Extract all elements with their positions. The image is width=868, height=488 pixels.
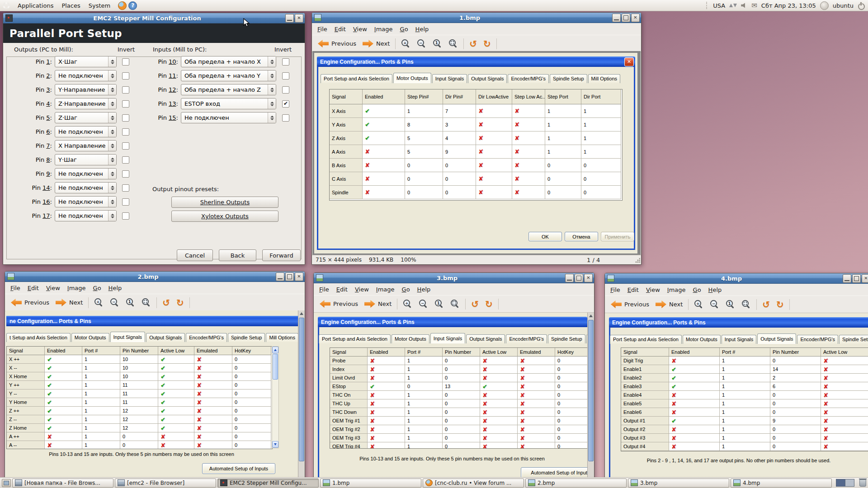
menu-view[interactable]: View	[42, 283, 64, 293]
invert-checkbox[interactable]	[282, 72, 289, 80]
trash-icon[interactable]	[859, 479, 866, 487]
pin-5-combobox[interactable]: Z·Шаг	[55, 112, 117, 123]
invert-checkbox[interactable]	[122, 212, 129, 220]
rotate-right-button[interactable]: ↻	[773, 299, 787, 310]
show-desktop-icon[interactable]	[2, 479, 11, 487]
menu-go[interactable]: Go	[90, 283, 105, 293]
menu-edit[interactable]: Edit	[333, 284, 351, 295]
close-button[interactable]	[295, 14, 303, 23]
forward-button[interactable]: Forward	[262, 249, 301, 261]
menu-view[interactable]: View	[351, 284, 373, 295]
close-button[interactable]	[295, 272, 303, 281]
taskbar-item[interactable]: 4.bmp	[731, 479, 832, 488]
invert-checkbox[interactable]	[122, 142, 129, 150]
zoom-out-button[interactable]: −	[414, 38, 429, 50]
menu-help[interactable]: Help	[414, 284, 434, 295]
vertical-scrollbar[interactable]	[587, 313, 594, 488]
zoom-normal-button[interactable]: 1	[123, 296, 138, 309]
volume-icon[interactable]	[741, 3, 747, 8]
invert-checkbox[interactable]	[122, 100, 129, 108]
zoom-in-button[interactable]: +	[400, 298, 415, 310]
power-icon[interactable]	[858, 2, 864, 9]
menu-applications[interactable]: Applications	[14, 1, 57, 10]
invert-checkbox[interactable]: ✔	[282, 100, 289, 108]
scroll-up-icon[interactable]	[300, 312, 303, 315]
pin-15-combobox[interactable]: Не подключен	[181, 112, 276, 123]
previous-button[interactable]: Previous	[608, 299, 652, 310]
maximize-button[interactable]	[622, 14, 630, 22]
next-button[interactable]: Next	[359, 38, 393, 49]
taskbar-item[interactable]: EMC2 Stepper Mill Configu...	[217, 479, 319, 488]
rotate-left-button[interactable]: ↺	[468, 298, 482, 310]
pin-10-combobox[interactable]: Оба предела + начало X	[181, 56, 276, 67]
zoom-normal-button[interactable]: 1	[431, 298, 447, 310]
menu-image[interactable]: Image	[371, 24, 396, 34]
close-button[interactable]	[584, 274, 593, 282]
taskbar-item[interactable]: 1.bmp	[320, 479, 421, 488]
rotate-right-button[interactable]: ↻	[480, 38, 494, 50]
invert-checkbox[interactable]	[282, 58, 289, 66]
rotate-right-button[interactable]: ↻	[173, 297, 187, 309]
taskbar-item[interactable]: [Новая папка - File Brows...	[12, 479, 113, 488]
menu-file[interactable]: File	[7, 283, 24, 293]
next-button[interactable]: Next	[52, 297, 86, 308]
taskbar-item[interactable]: [cnc-club.ru • View forum ...	[423, 479, 524, 488]
pin-3-combobox[interactable]: Y·Направление	[55, 84, 117, 95]
menu-view[interactable]: View	[349, 24, 371, 34]
invert-checkbox[interactable]	[122, 128, 129, 136]
zoom-in-button[interactable]: +	[398, 38, 414, 50]
invert-checkbox[interactable]	[122, 72, 129, 80]
mail-icon[interactable]: ✉	[751, 1, 757, 9]
zoom-normal-button[interactable]: 1	[722, 298, 738, 310]
zoom-fit-button[interactable]	[138, 296, 154, 309]
pin-13-combobox[interactable]: ESTOP вход	[181, 98, 276, 109]
next-button[interactable]: Next	[361, 299, 395, 309]
pin-6-combobox[interactable]: Не подключен	[55, 126, 117, 137]
rotate-left-button[interactable]: ↺	[759, 299, 773, 310]
titlebar[interactable]: 4.bmp	[605, 273, 868, 284]
zoom-out-button[interactable]: −	[107, 296, 123, 309]
user-avatar[interactable]	[820, 1, 829, 10]
pin-7-combobox[interactable]: X Направление	[55, 140, 117, 151]
help-icon[interactable]: ?	[128, 1, 137, 10]
minimize-button[interactable]	[843, 274, 851, 283]
workspace-1[interactable]	[836, 479, 845, 486]
pin-1-combobox[interactable]: X·Шаг	[55, 56, 117, 67]
invert-checkbox[interactable]	[282, 114, 289, 122]
pin-17-combobox[interactable]: Не подключен	[55, 210, 117, 221]
pin-16-combobox[interactable]: Не подключен	[55, 196, 117, 207]
invert-checkbox[interactable]	[282, 86, 289, 94]
rotate-right-button[interactable]: ↻	[482, 298, 496, 310]
zoom-out-button[interactable]: −	[415, 298, 431, 310]
taskbar-item[interactable]: 2.bmp	[525, 479, 627, 488]
menu-view[interactable]: View	[642, 285, 664, 295]
invert-checkbox[interactable]	[122, 170, 129, 178]
menu-edit[interactable]: Edit	[24, 283, 42, 293]
zoom-normal-button[interactable]: 1	[429, 38, 445, 50]
titlebar[interactable]: 1.bmp	[312, 13, 641, 23]
scroll-thumb[interactable]	[299, 318, 304, 461]
xylotex-outputs-button[interactable]: Xylotex Outputs	[171, 211, 278, 222]
pin-12-combobox[interactable]: Оба предела + начало Z	[181, 84, 276, 95]
taskbar-item[interactable]: 3.bmp	[628, 479, 729, 488]
invert-checkbox[interactable]	[122, 184, 129, 192]
zoom-fit-button[interactable]	[447, 298, 463, 310]
menu-image[interactable]: Image	[664, 285, 689, 295]
invert-checkbox[interactable]	[122, 114, 129, 122]
menu-image[interactable]: Image	[373, 284, 398, 295]
menu-go[interactable]: Go	[396, 24, 412, 34]
menu-help[interactable]: Help	[705, 285, 726, 295]
emc2-titlebar[interactable]: EMC2 Stepper Mill Configuration	[3, 13, 305, 23]
menu-edit[interactable]: Edit	[331, 24, 349, 34]
menu-file[interactable]: File	[314, 24, 331, 34]
firefox-launcher-icon[interactable]	[118, 1, 127, 10]
cancel-button[interactable]: Cancel	[177, 249, 213, 261]
zoom-fit-button[interactable]	[445, 38, 461, 50]
minimize-button[interactable]	[276, 272, 284, 281]
vertical-scrollbar[interactable]	[298, 310, 305, 488]
minimize-button[interactable]	[565, 274, 574, 282]
pin-14-combobox[interactable]: Не подключен	[55, 182, 117, 193]
layout-switch-icon[interactable]	[729, 4, 737, 7]
titlebar[interactable]: 3.bmp	[314, 273, 594, 283]
ubuntu-logo-icon[interactable]	[3, 2, 10, 9]
